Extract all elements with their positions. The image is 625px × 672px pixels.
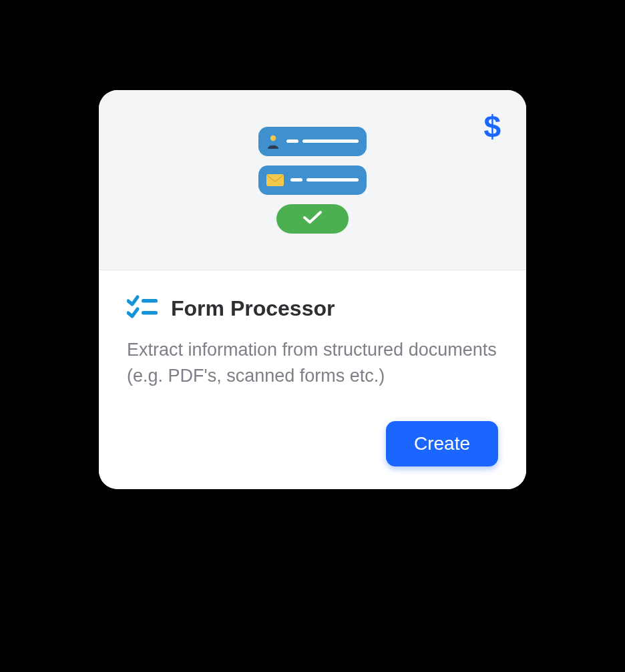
- title-row: Form Processor: [127, 294, 498, 322]
- card-description: Extract information from structured docu…: [127, 337, 498, 389]
- svg-point-0: [270, 135, 276, 140]
- dollar-icon: $: [483, 109, 501, 145]
- mail-icon: [266, 174, 284, 186]
- form-processor-card: $: [99, 90, 526, 489]
- svg-rect-1: [266, 174, 284, 186]
- user-icon: [266, 134, 280, 149]
- card-hero: $: [99, 90, 526, 270]
- create-button[interactable]: Create: [386, 421, 498, 466]
- card-footer: Create: [127, 421, 498, 466]
- illustration-field-user: [258, 127, 367, 156]
- illustration-confirm: [276, 204, 349, 234]
- card-body: Form Processor Extract information from …: [99, 270, 526, 489]
- form-illustration: [258, 127, 367, 234]
- svg-rect-3: [142, 311, 158, 315]
- card-title: Form Processor: [171, 296, 335, 321]
- check-icon: [302, 210, 323, 228]
- svg-rect-2: [142, 299, 158, 303]
- checklist-icon: [127, 294, 159, 322]
- illustration-field-mail: [258, 165, 367, 195]
